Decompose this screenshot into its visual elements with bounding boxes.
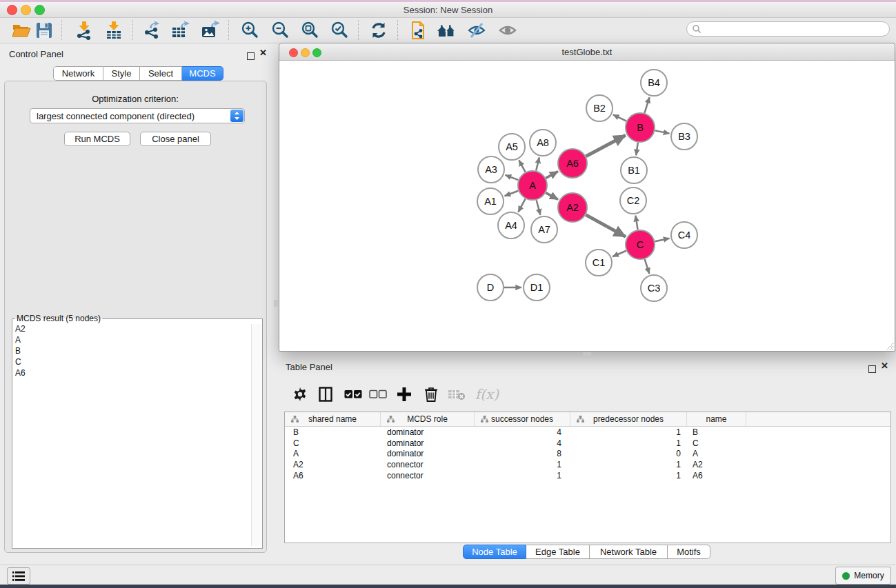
- tab-style[interactable]: Style: [103, 66, 140, 81]
- graph-edge-B-B2[interactable]: [613, 114, 626, 121]
- delete-columns-button[interactable]: [419, 378, 444, 410]
- cell-name[interactable]: C: [687, 438, 746, 448]
- network-graph-canvas[interactable]: A5A8A3A1A4A7AA6A2B2B4BB3B1C2CC4C1C3DD1: [280, 61, 895, 351]
- import-table-button[interactable]: [101, 19, 126, 42]
- show-all-button[interactable]: [495, 19, 520, 42]
- graph-edge-B-B1[interactable]: [636, 143, 638, 155]
- search-field[interactable]: [686, 21, 890, 37]
- cell-shared_name[interactable]: A6: [285, 471, 381, 480]
- cell-successor_nodes[interactable]: 1: [475, 460, 570, 469]
- result-scrollbar[interactable]: [251, 324, 261, 546]
- memory-button[interactable]: Memory: [835, 567, 891, 585]
- cell-predecessor_nodes[interactable]: 0: [570, 449, 687, 458]
- cell-name[interactable]: B: [687, 427, 746, 437]
- control-panel-close-button[interactable]: ✕: [259, 50, 267, 57]
- zoom-fit-button[interactable]: [297, 19, 322, 42]
- cell-shared_name[interactable]: B: [285, 427, 381, 437]
- go-home-button[interactable]: [434, 19, 459, 42]
- select-all-columns-button[interactable]: [341, 378, 366, 410]
- cell-mcds_role[interactable]: connector: [381, 471, 475, 480]
- tab-edge-table[interactable]: Edge Table: [526, 545, 590, 559]
- graph-edge-A-A4[interactable]: [518, 199, 525, 212]
- control-panel-float-button[interactable]: [247, 50, 255, 63]
- column-header-name[interactable]: name: [687, 412, 746, 426]
- mcds-result-item[interactable]: A6: [15, 367, 26, 378]
- import-network-button[interactable]: [71, 19, 96, 42]
- table-row[interactable]: Cdominator41C: [285, 438, 890, 449]
- graph-edge-A-A6[interactable]: [546, 172, 558, 179]
- show-columns-button[interactable]: [313, 378, 338, 410]
- zoom-in-button[interactable]: [237, 19, 262, 42]
- graph-edge-A-A5[interactable]: [519, 160, 525, 172]
- cell-shared_name[interactable]: A: [285, 449, 381, 458]
- cell-name[interactable]: A2: [687, 460, 746, 469]
- refresh-layout-button[interactable]: [366, 19, 391, 42]
- zoom-out-button[interactable]: [268, 19, 292, 42]
- close-panel-button[interactable]: Close panel: [140, 132, 211, 146]
- graph-edge-A-A3[interactable]: [506, 175, 519, 180]
- column-header-successor-nodes[interactable]: successor nodes: [475, 412, 570, 426]
- cell-predecessor_nodes[interactable]: 1: [570, 438, 687, 448]
- tab-node-table[interactable]: Node Table: [463, 545, 526, 559]
- tab-select[interactable]: Select: [140, 66, 182, 81]
- cell-successor_nodes[interactable]: 1: [475, 471, 570, 480]
- search-input[interactable]: [701, 23, 877, 34]
- mcds-result-item[interactable]: A: [15, 334, 26, 345]
- mcds-result-item[interactable]: B: [15, 345, 26, 356]
- tab-network[interactable]: Network: [53, 66, 103, 81]
- export-table-button[interactable]: [168, 19, 192, 42]
- graph-edge-B-B4[interactable]: [644, 97, 649, 113]
- graph-edge-C-C3[interactable]: [645, 259, 650, 274]
- cell-shared_name[interactable]: C: [285, 438, 381, 448]
- unselect-all-columns-button[interactable]: [366, 378, 390, 410]
- run-mcds-button[interactable]: Run MCDS: [64, 132, 130, 146]
- cell-predecessor_nodes[interactable]: 1: [570, 460, 687, 469]
- graph-edge-A-A7[interactable]: [537, 200, 541, 214]
- network-window-titlebar[interactable]: testGlobe.txt: [279, 43, 895, 61]
- tab-network-table[interactable]: Network Table: [590, 545, 668, 559]
- cell-name[interactable]: A: [687, 449, 746, 458]
- cell-shared_name[interactable]: A2: [285, 460, 381, 469]
- table-settings-button[interactable]: [288, 378, 312, 410]
- graph-edge-A-A1[interactable]: [505, 191, 519, 196]
- table-row[interactable]: Bdominator41B: [285, 427, 890, 438]
- tab-mcds[interactable]: MCDS: [182, 66, 223, 81]
- hide-selected-button[interactable]: [464, 19, 489, 42]
- mcds-result-list[interactable]: A2ABCA6: [15, 323, 26, 378]
- column-header-shared-name[interactable]: shared name: [285, 412, 381, 426]
- task-history-button[interactable]: [7, 567, 30, 585]
- cell-predecessor_nodes[interactable]: 1: [570, 471, 687, 480]
- graph-edge-C-C4[interactable]: [655, 239, 669, 242]
- delete-table-button[interactable]: [444, 378, 469, 410]
- cell-mcds_role[interactable]: dominator: [381, 449, 475, 458]
- graph-edge-A-A8[interactable]: [536, 157, 539, 170]
- graph-edge-A6-B[interactable]: [586, 135, 625, 156]
- column-header-MCDS-role[interactable]: MCDS role: [381, 412, 475, 426]
- cell-successor_nodes[interactable]: 4: [475, 438, 570, 448]
- table-panel-close-button[interactable]: ✕: [881, 363, 888, 369]
- optimization-criterion-dropdown[interactable]: largest connected component (directed): [30, 108, 245, 123]
- table-row[interactable]: Adominator80A: [285, 448, 890, 459]
- graph-edge-C-C2[interactable]: [635, 216, 637, 230]
- table-row[interactable]: A2connector11A2: [285, 459, 890, 470]
- table-row[interactable]: A6connector11A6: [285, 470, 890, 481]
- export-image-button[interactable]: [197, 19, 222, 42]
- cell-name[interactable]: A6: [687, 471, 746, 480]
- graph-edge-B-B3[interactable]: [655, 130, 670, 133]
- graph-edge-A-A2[interactable]: [546, 193, 558, 200]
- cell-predecessor_nodes[interactable]: 1: [570, 427, 687, 437]
- tab-motifs[interactable]: Motifs: [668, 545, 710, 559]
- graph-edge-A2-C[interactable]: [586, 215, 626, 237]
- cell-mcds_role[interactable]: dominator: [381, 427, 475, 437]
- table-panel-float-button[interactable]: [868, 363, 876, 376]
- cell-mcds_role[interactable]: connector: [381, 460, 475, 469]
- create-column-button[interactable]: [392, 378, 417, 410]
- cell-successor_nodes[interactable]: 8: [475, 449, 570, 458]
- resize-grip-icon[interactable]: [884, 341, 894, 350]
- function-builder-button[interactable]: f(x): [472, 378, 502, 410]
- mcds-result-item[interactable]: C: [15, 356, 26, 367]
- zoom-selected-button[interactable]: [327, 19, 352, 42]
- save-session-button[interactable]: [32, 19, 57, 42]
- new-network-from-file-button[interactable]: [406, 19, 430, 42]
- cell-successor_nodes[interactable]: 4: [475, 427, 570, 437]
